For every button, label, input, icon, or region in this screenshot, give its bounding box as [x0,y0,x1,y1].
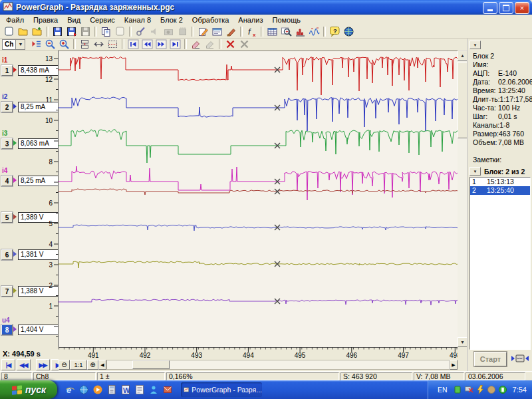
histogram-icon[interactable] [293,26,307,38]
block-list-header: Блок: 2 из 2 [484,168,525,176]
word-icon[interactable]: W [120,383,132,396]
close-button[interactable]: × [515,2,529,14]
zoom-out-icon[interactable] [43,39,57,51]
scroll-right-icon[interactable]: ▶ [450,360,458,370]
save-block-icon[interactable] [65,26,78,38]
task-button-powergraph[interactable]: PowerGraph - Разря... [181,382,262,397]
nav-last-icon[interactable] [168,39,182,51]
split-icon[interactable] [78,39,92,51]
restore-button[interactable] [499,2,513,14]
zoom-ratio-button[interactable]: 1:1 [70,360,87,370]
channel-button-5[interactable]: 5 [1,212,13,223]
messenger-icon[interactable] [148,383,160,396]
nav-first-block-button[interactable]: |◀ [1,359,15,370]
open-icon[interactable] [16,26,30,38]
nav-first-icon[interactable] [126,39,140,51]
vertical-scroll-thumb[interactable] [458,62,467,138]
block-list-item-2[interactable]: 213:25:40 [470,186,530,195]
menu-item-7[interactable]: Обработка [188,15,233,25]
taskbar-clock[interactable]: 7:54 [513,386,527,394]
network-off-icon[interactable] [464,385,473,394]
globe-icon[interactable] [342,26,356,38]
scroll-down-icon[interactable]: ▼ [458,337,467,347]
menu-item-1[interactable]: Файл [1,15,29,25]
start-menu-button[interactable]: пуск [0,380,57,399]
browser-icon[interactable] [78,383,90,396]
del-x-icon[interactable] [237,39,251,51]
frame-icon[interactable] [106,39,120,51]
phone-icon[interactable] [498,385,507,394]
nav-next-icon[interactable] [154,39,168,51]
center-icon[interactable] [92,39,106,51]
channel-button-7[interactable]: 7 [1,286,13,297]
menu-item-6[interactable]: Блок 2 [156,15,188,25]
channel-button-1[interactable]: 1 [1,65,13,76]
horizontal-scrollbar[interactable] [106,360,450,370]
memory-icon[interactable] [176,26,190,38]
erase-icon[interactable] [203,39,217,51]
nav-prev-block-button[interactable]: ◀◀ [17,359,31,370]
ie-icon[interactable]: e [64,383,76,396]
calculator-icon[interactable] [106,383,118,396]
zoom-in-time-button[interactable]: ⊕ [87,360,98,370]
spectrum-icon[interactable] [307,26,321,38]
channel-button-6[interactable]: 6 [1,249,13,260]
zoom-in-icon[interactable] [57,39,71,51]
save-icon[interactable] [78,26,92,38]
start-button[interactable]: Старт [474,352,507,366]
probe-icon[interactable] [134,26,148,38]
channel-button-3[interactable]: 3 [1,138,13,149]
channel-button-2[interactable]: 2 [1,102,13,112]
vertical-scrollbar[interactable]: ▲ ▼ [458,51,467,347]
block-list-item-1[interactable]: 115:13:13 [470,178,530,186]
block-list[interactable]: 115:13:13213:25:40 [469,177,531,350]
power-icon[interactable] [475,385,485,394]
toolbar-separator [323,27,326,37]
copy-icon[interactable] [113,26,127,38]
block-list-dropdown-icon[interactable]: ▼ [469,167,481,176]
brush-icon[interactable] [224,26,238,38]
new-icon[interactable] [2,26,16,38]
fx-icon[interactable]: fx [245,26,259,38]
media-player-icon[interactable] [92,383,104,396]
scroll-up-icon[interactable]: ▲ [458,51,467,61]
menu-item-8[interactable]: Анализ [233,15,267,25]
language-indicator[interactable]: EN [435,385,450,394]
mail-icon[interactable] [162,383,174,396]
erase-icon[interactable] [189,39,203,51]
zoom-table-icon[interactable] [279,26,293,38]
del-x-icon[interactable] [223,39,237,51]
copy-block-icon[interactable] [99,26,113,38]
nav-prev-icon[interactable] [140,39,154,51]
block-notes-label: Заметки: [473,156,532,164]
plot-area[interactable] [59,51,458,347]
device-transfer-button[interactable] [509,351,531,366]
pen-icon[interactable] [196,26,210,38]
camera-icon[interactable] [162,26,176,38]
menu-item-4[interactable]: Сервис [85,15,120,25]
open-add-icon[interactable] [30,26,44,38]
nav-next-block-button[interactable]: ▶▶ [36,359,50,370]
chan-list-icon[interactable] [29,39,43,51]
menu-item-9[interactable]: Помощь [267,15,305,25]
speaker-icon[interactable] [148,26,162,38]
minimize-button[interactable] [483,2,497,14]
channel-arrow-icon-2 [13,104,17,109]
props-icon[interactable] [210,26,224,38]
scroll-left-icon[interactable]: ◀ [98,360,106,370]
table-icon[interactable] [265,26,279,38]
menu-item-3[interactable]: Вид [63,15,85,25]
agent-icon[interactable] [453,385,462,394]
channel-button-8[interactable]: 8 [1,325,13,335]
panel-dropdown-icon[interactable]: ▼ [469,41,481,49]
volume-icon[interactable] [487,385,496,394]
channel-combo[interactable]: Ch ▼ [2,39,25,50]
horizontal-scroll-thumb[interactable] [132,360,170,369]
menu-item-5[interactable]: Канал 8 [120,15,156,25]
save-icon[interactable] [51,26,65,38]
help-icon[interactable]: ? [328,26,342,38]
wordpad-icon[interactable] [134,383,146,396]
zoom-out-time-button[interactable]: ⊖ [59,360,70,370]
menu-item-2[interactable]: Правка [29,15,63,25]
channel-button-4[interactable]: 4 [1,176,13,186]
